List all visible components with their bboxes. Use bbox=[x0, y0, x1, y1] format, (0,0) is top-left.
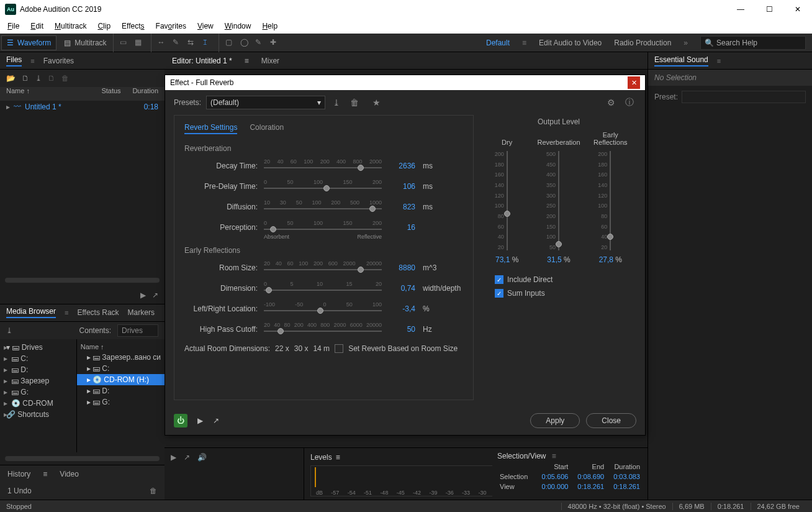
tab-files[interactable]: Files bbox=[6, 55, 22, 66]
file-row[interactable]: ▸ 〰 Untitled 1 * 0:18 bbox=[0, 101, 165, 113]
menu-view[interactable]: View bbox=[192, 21, 219, 32]
delete-icon[interactable]: 🗑 bbox=[61, 74, 69, 83]
tree-item[interactable]: 🖴 Зарезер bbox=[0, 375, 76, 386]
new-file-icon[interactable]: 🗋 bbox=[22, 74, 29, 83]
multitrack-button[interactable]: ▤ Multitrack bbox=[59, 35, 111, 50]
preset-dropdown[interactable]: (Default)▾ bbox=[206, 96, 325, 109]
favorite-icon[interactable]: ★ bbox=[370, 98, 383, 107]
lasso-tool-icon[interactable]: ◯ bbox=[240, 38, 250, 48]
apply-button[interactable]: Apply bbox=[530, 413, 580, 428]
save-preset-icon[interactable]: ⤓ bbox=[330, 98, 343, 107]
param-slider[interactable]: 204060100200600200020000 bbox=[264, 260, 382, 275]
menu-favorites[interactable]: Favorites bbox=[151, 21, 191, 32]
view-dur[interactable]: 0:18.261 bbox=[607, 482, 643, 491]
open-file-icon[interactable]: 📂 bbox=[6, 74, 16, 83]
essential-preset-dropdown[interactable] bbox=[682, 91, 806, 103]
workspace-default[interactable]: Default bbox=[486, 39, 510, 47]
tab-markers[interactable]: Markers bbox=[128, 308, 155, 317]
delete-preset-icon[interactable]: 🗑 bbox=[348, 98, 361, 107]
param-slider[interactable]: 1030501002005001000 bbox=[264, 199, 382, 214]
menu-clip[interactable]: Clip bbox=[92, 21, 115, 32]
maximize-button[interactable]: ☐ bbox=[755, 0, 783, 19]
workspace-menu-icon[interactable]: ≡ bbox=[522, 39, 526, 47]
dialog-title-bar[interactable]: Effect - Full Reverb ✕ bbox=[165, 75, 645, 90]
brush-tool-icon[interactable]: ✎ bbox=[255, 38, 265, 48]
dialog-close-button[interactable]: ✕ bbox=[628, 76, 640, 89]
info-icon[interactable]: ⓘ bbox=[623, 97, 636, 108]
tab-reverb-settings[interactable]: Reverb Settings bbox=[184, 122, 237, 134]
close-window-button[interactable]: ✕ bbox=[783, 0, 812, 19]
param-slider[interactable]: 050100150200 AbsorbentReflective bbox=[264, 220, 382, 235]
selview-menu-icon[interactable]: ≡ bbox=[548, 452, 556, 460]
media-panel-menu-icon[interactable]: ≡ bbox=[65, 309, 68, 316]
tree-item[interactable]: 🖴 G: bbox=[0, 386, 76, 398]
list-item[interactable]: ▸ 🖴 D: bbox=[77, 385, 165, 396]
workspace-more-icon[interactable]: » bbox=[683, 39, 688, 47]
param-slider[interactable]: -100-50050100 bbox=[264, 301, 382, 316]
col-name[interactable]: Name ↑ bbox=[6, 87, 101, 101]
param-value[interactable]: 0,74 bbox=[388, 284, 415, 293]
output-value[interactable]: 73,1 % bbox=[495, 255, 518, 264]
files-panel-menu-icon[interactable]: ≡ bbox=[30, 57, 34, 65]
tree-item[interactable]: 🖴 C: bbox=[0, 353, 76, 364]
essential-menu-icon[interactable]: ≡ bbox=[717, 57, 721, 65]
param-value[interactable]: 2636 bbox=[388, 162, 415, 170]
levels-menu-icon[interactable]: ≡ bbox=[336, 453, 340, 462]
play-icon[interactable]: ▶ bbox=[140, 291, 146, 299]
export-icon[interactable]: ↗ bbox=[152, 291, 158, 299]
param-value[interactable]: 823 bbox=[388, 203, 415, 211]
menu-file[interactable]: File bbox=[2, 21, 24, 32]
tab-favorites[interactable]: Favorites bbox=[43, 57, 74, 65]
menu-effects[interactable]: Effects bbox=[117, 21, 149, 32]
param-slider[interactable]: 2040601002004008002000 bbox=[264, 158, 382, 173]
time-select-tool-icon[interactable]: 𝙸 bbox=[202, 38, 212, 48]
minimize-button[interactable]: — bbox=[726, 0, 755, 19]
output-slider[interactable]: 20018016014012010080604020 bbox=[507, 151, 508, 250]
sel-dur[interactable]: 0:03.083 bbox=[607, 472, 643, 482]
param-value[interactable]: 106 bbox=[388, 182, 415, 191]
view-start[interactable]: 0:00.000 bbox=[535, 482, 571, 491]
list-item[interactable]: ▸ 🖴 G: bbox=[77, 396, 165, 408]
include-direct-checkbox[interactable]: ✓ bbox=[495, 275, 503, 284]
list-item-selected[interactable]: ▸ 💿 CD-ROM (H:) bbox=[77, 374, 165, 385]
preview-play-icon[interactable]: ▶ bbox=[194, 416, 207, 425]
import-icon[interactable]: ⤓ bbox=[35, 74, 42, 83]
tab-video[interactable]: Video bbox=[60, 470, 78, 478]
editor-menu-icon[interactable]: ≡ bbox=[245, 57, 249, 65]
trash-icon[interactable]: 🗑 bbox=[150, 487, 157, 495]
output-value[interactable]: 27,8 % bbox=[599, 255, 622, 264]
heal-tool-icon[interactable]: ✚ bbox=[270, 38, 280, 48]
files-scrollbar[interactable] bbox=[5, 278, 160, 283]
contents-dropdown[interactable]: Drives bbox=[117, 324, 158, 337]
list-item[interactable]: ▸ 🖴 C: bbox=[77, 363, 165, 374]
output-slider[interactable]: 20018016014012010080604020 bbox=[610, 151, 611, 250]
slip-tool-icon[interactable]: ⇆ bbox=[187, 38, 197, 48]
tab-editor[interactable]: Editor: Untitled 1 * bbox=[172, 57, 232, 65]
close-file-icon[interactable]: 🗋 bbox=[48, 74, 55, 83]
media-scrollbar[interactable] bbox=[5, 456, 160, 461]
param-value[interactable]: 8880 bbox=[388, 263, 415, 272]
param-value[interactable]: -3,4 bbox=[388, 304, 415, 313]
marquee-tool-icon[interactable]: ▢ bbox=[225, 38, 235, 48]
razor-tool-icon[interactable]: ✎ bbox=[173, 38, 183, 48]
tree-item[interactable]: 🖴 D: bbox=[0, 364, 76, 375]
history-menu-icon[interactable]: ≡ bbox=[43, 470, 47, 478]
tab-essential-sound[interactable]: Essential Sound bbox=[654, 55, 708, 66]
param-value[interactable]: 16 bbox=[388, 223, 415, 232]
search-help-input[interactable]: 🔍 Search Help bbox=[700, 36, 806, 50]
list-col-name[interactable]: Name ↑ bbox=[77, 342, 165, 352]
settings-icon[interactable]: ⚙ bbox=[605, 98, 618, 107]
menu-help[interactable]: Help bbox=[257, 21, 282, 32]
hud-icon[interactable]: ▭ bbox=[120, 38, 130, 48]
tab-history[interactable]: History bbox=[7, 470, 30, 478]
sel-start[interactable]: 0:05.606 bbox=[535, 472, 571, 482]
loop-icon[interactable]: ↗ bbox=[213, 416, 219, 425]
tab-media-browser[interactable]: Media Browser bbox=[6, 307, 56, 318]
spectral-icon[interactable]: ▦ bbox=[135, 38, 145, 48]
tree-drives[interactable]: ▾ 🖴 Drives bbox=[0, 342, 76, 353]
col-status[interactable]: Status bbox=[101, 87, 132, 101]
param-slider[interactable]: 2040802004008002000600020000 bbox=[264, 322, 382, 337]
menu-edit[interactable]: Edit bbox=[25, 21, 48, 32]
waveform-button[interactable]: ☰ Waveform bbox=[1, 35, 56, 50]
transport-play-icon[interactable]: ▶ bbox=[171, 453, 176, 462]
